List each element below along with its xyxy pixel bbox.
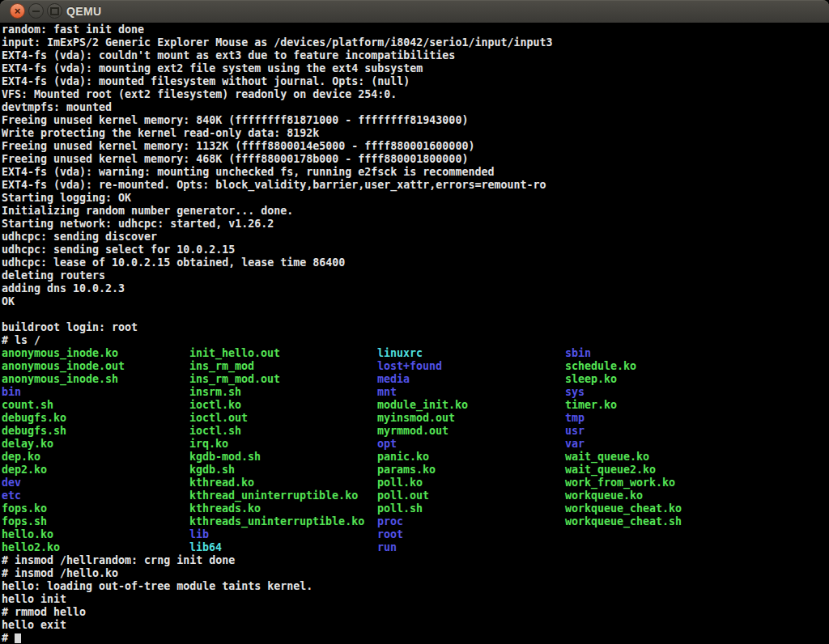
file-entry: lib64 xyxy=(189,541,377,554)
file-entry: tmp xyxy=(565,412,585,424)
terminal-line: anonymous_inode.shins_rm_mod.outmediasle… xyxy=(2,373,829,386)
terminal-line: # ls / xyxy=(2,334,829,347)
terminal-line: EXT4-fs (vda): mounting ext2 file system… xyxy=(2,62,829,75)
terminal-line: udhcpc: sending discover xyxy=(2,231,829,244)
file-entry: kthreads_uninterruptible.ko xyxy=(189,515,377,528)
minimize-button[interactable] xyxy=(28,3,44,19)
terminal-line: dep2.kokgdb.shparams.kowait_queue2.ko xyxy=(2,464,829,477)
file-entry: ins_rm_mod.out xyxy=(189,373,377,386)
file-entry: workqueue_cheat.ko xyxy=(565,502,682,515)
terminal-line: hello2.kolib64run xyxy=(2,541,829,554)
file-entry: fops.ko xyxy=(2,502,189,515)
file-entry: ioctl.ko xyxy=(189,399,377,412)
terminal-line: udhcpc: lease of 10.0.2.15 obtained, lea… xyxy=(2,256,829,269)
terminal-line: dep.kokgdb-mod.shpanic.kowait_queue.ko xyxy=(2,451,829,464)
close-icon: × xyxy=(15,6,21,16)
window-title: QEMU xyxy=(66,0,102,23)
file-entry: panic.ko xyxy=(377,451,565,464)
file-entry: anonymous_inode.sh xyxy=(2,373,189,386)
file-entry: sbin xyxy=(565,347,591,359)
file-entry: ins_rm_mod xyxy=(189,360,377,373)
terminal-line: etckthread_uninterruptible.kopoll.outwor… xyxy=(2,489,829,502)
file-entry: etc xyxy=(2,489,189,502)
terminal-line: EXT4-fs (vda): warning: mounting uncheck… xyxy=(2,166,829,179)
file-entry: sys xyxy=(565,386,585,398)
file-entry: wait_queue.ko xyxy=(565,451,649,463)
file-entry: anonymous_inode.out xyxy=(2,360,189,373)
terminal-line: Starting network: udhcpc: started, v1.26… xyxy=(2,218,829,231)
file-entry: bin xyxy=(2,386,189,399)
file-entry: kthread.ko xyxy=(189,477,377,489)
terminal-line: hello.kolibroot xyxy=(2,528,829,541)
terminal-line: EXT4-fs (vda): re-mounted. Opts: block_v… xyxy=(2,179,829,192)
file-entry: module_init.ko xyxy=(377,399,565,412)
qemu-window: × QEMU random: fast init doneinput: ImEx… xyxy=(0,0,829,644)
file-entry: insrm.sh xyxy=(189,386,377,399)
terminal-line: Initializing random number generator... … xyxy=(2,205,829,218)
terminal-line: devtmpfs: mounted xyxy=(2,101,829,114)
file-entry: poll.sh xyxy=(377,502,565,515)
terminal-line: adding dns 10.0.2.3 xyxy=(2,282,829,295)
terminal-line: Write protecting the kernel read-only da… xyxy=(2,127,829,140)
close-button[interactable]: × xyxy=(10,3,25,19)
file-entry: media xyxy=(377,373,565,386)
terminal-line: hello: loading out-of-tree module taints… xyxy=(2,580,829,593)
file-entry: work_from_work.ko xyxy=(565,477,675,489)
file-entry: sleep.ko xyxy=(565,373,617,385)
file-entry: kgdb.sh xyxy=(189,464,377,477)
file-entry: debugfs.ko xyxy=(2,412,189,425)
file-entry: usr xyxy=(565,425,585,437)
file-entry: linuxrc xyxy=(377,347,565,360)
file-entry: irq.ko xyxy=(189,438,377,451)
terminal-line: count.shioctl.komodule_init.kotimer.ko xyxy=(2,399,829,412)
file-entry: workqueue_cheat.sh xyxy=(565,515,682,527)
terminal-line: VFS: Mounted root (ext2 filesystem) read… xyxy=(2,88,829,101)
terminal-cursor xyxy=(15,633,21,643)
file-entry: ioctl.out xyxy=(189,412,377,425)
file-entry: kthread_uninterruptible.ko xyxy=(189,489,377,502)
file-entry: schedule.ko xyxy=(565,360,636,372)
file-entry: myinsmod.out xyxy=(377,412,565,425)
file-entry: params.ko xyxy=(377,464,565,477)
file-entry: poll.out xyxy=(377,489,565,502)
terminal-line: debugfs.shioctl.shmyrmmod.outusr xyxy=(2,425,829,438)
terminal-line: hello init xyxy=(2,593,829,606)
terminal-line: fops.shkthreads_uninterruptible.koprocwo… xyxy=(2,515,829,528)
maximize-icon xyxy=(50,7,59,15)
terminal-line: buildroot login: root xyxy=(2,321,829,334)
terminal-line: EXT4-fs (vda): mounted filesystem withou… xyxy=(2,75,829,88)
file-entry: mnt xyxy=(377,386,565,399)
title-bar[interactable]: × QEMU xyxy=(0,0,829,23)
file-entry: hello2.ko xyxy=(2,541,189,554)
terminal-line: bininsrm.shmntsys xyxy=(2,386,829,399)
terminal[interactable]: random: fast init doneinput: ImExPS/2 Ge… xyxy=(0,23,829,644)
file-entry: delay.ko xyxy=(2,438,189,451)
file-entry: workqueue.ko xyxy=(565,489,643,502)
terminal-line: Freeing unused kernel memory: 1132K (fff… xyxy=(2,140,829,153)
terminal-line: fops.kokthreads.kopoll.shworkqueue_cheat… xyxy=(2,502,829,515)
terminal-line: udhcpc: sending select for 10.0.2.15 xyxy=(2,244,829,256)
file-entry: count.sh xyxy=(2,399,189,412)
file-entry: kgdb-mod.sh xyxy=(189,451,377,464)
file-entry: ioctl.sh xyxy=(189,425,377,438)
terminal-line: delay.koirq.kooptvar xyxy=(2,438,829,451)
file-entry: debugfs.sh xyxy=(2,425,189,438)
file-entry: var xyxy=(565,438,585,450)
file-entry: hello.ko xyxy=(2,528,189,541)
file-entry: lost+found xyxy=(377,360,565,373)
terminal-line xyxy=(2,308,829,321)
terminal-line: Freeing unused kernel memory: 468K (ffff… xyxy=(2,153,829,166)
file-entry: myrmmod.out xyxy=(377,425,565,438)
terminal-line: debugfs.koioctl.outmyinsmod.outtmp xyxy=(2,412,829,425)
terminal-line: hello exit xyxy=(2,619,829,632)
terminal-line: # rmmod hello xyxy=(2,606,829,619)
file-entry: root xyxy=(377,528,403,540)
file-entry: lib xyxy=(189,528,377,541)
file-entry: timer.ko xyxy=(565,399,617,411)
maximize-button[interactable] xyxy=(47,3,62,19)
file-entry: poll.ko xyxy=(377,477,565,489)
terminal-line: # insmod /hello.ko xyxy=(2,567,829,580)
file-entry: run xyxy=(377,541,397,553)
file-entry: anonymous_inode.ko xyxy=(2,347,189,360)
terminal-line: # insmod /hellrandom: crng init done xyxy=(2,554,829,567)
